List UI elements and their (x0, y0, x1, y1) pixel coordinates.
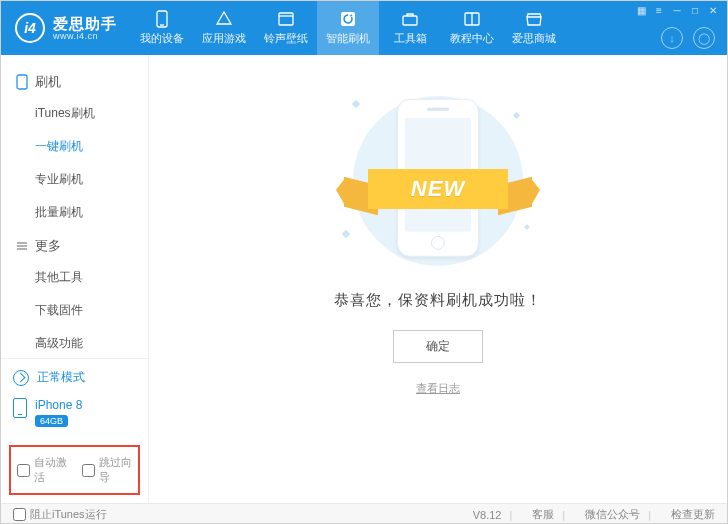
sidebar-item[interactable]: 一键刷机 (1, 130, 148, 163)
sidebar-item[interactable]: 高级功能 (1, 327, 148, 358)
user-button[interactable]: ◯ (693, 27, 715, 49)
main-content: NEW 恭喜您，保资料刷机成功啦！ 确定 查看日志 (149, 55, 727, 503)
tab-label: 教程中心 (450, 31, 494, 46)
download-button[interactable]: ↓ (661, 27, 683, 49)
svg-rect-3 (341, 12, 355, 26)
auto-activate-checkbox[interactable]: 自动激活 (17, 455, 68, 485)
tab-label: 爱思商城 (512, 31, 556, 46)
success-illustration: NEW (333, 91, 543, 271)
maximize-icon[interactable]: □ (689, 5, 701, 16)
minimize-icon[interactable]: ─ (671, 5, 683, 16)
logo: i4 爱思助手 www.i4.cn (1, 13, 131, 43)
footer: 阻止iTunes运行 V8.12 | 客服 | 微信公众号 | 检查更新 (1, 503, 727, 524)
mode-row[interactable]: 正常模式 (13, 369, 136, 386)
tab-flash[interactable]: 智能刷机 (317, 1, 379, 55)
sidebar-group-title: 更多 (1, 229, 148, 261)
sidebar-footer: 正常模式 iPhone 8 64GB (1, 358, 148, 437)
app-site: www.i4.cn (53, 31, 117, 41)
window-controls: ▦ ≡ ─ □ ✕ (635, 5, 719, 16)
logo-icon: i4 (15, 13, 45, 43)
device-name: iPhone 8 (35, 398, 82, 412)
apps-icon (215, 10, 233, 28)
tab-device[interactable]: 我的设备 (131, 1, 193, 55)
refresh-icon (339, 10, 357, 28)
tab-store[interactable]: 爱思商城 (503, 1, 565, 55)
wechat-link[interactable]: 微信公众号 (585, 507, 640, 522)
sidebar: 刷机iTunes刷机一键刷机专业刷机批量刷机更多其他工具下载固件高级功能 正常模… (1, 55, 149, 503)
phone-outline-icon (15, 74, 29, 90)
block-itunes-checkbox[interactable]: 阻止iTunes运行 (13, 507, 107, 522)
sidebar-item[interactable]: 专业刷机 (1, 163, 148, 196)
device-row[interactable]: iPhone 8 64GB (13, 398, 136, 427)
update-link[interactable]: 检查更新 (671, 507, 715, 522)
sidebar-item[interactable]: iTunes刷机 (1, 97, 148, 130)
mode-label: 正常模式 (37, 369, 85, 386)
list-icon (15, 240, 29, 252)
book-icon (463, 10, 481, 28)
app-name: 爱思助手 (53, 16, 117, 31)
storage-badge: 64GB (35, 415, 68, 427)
svg-rect-2 (279, 13, 293, 25)
tab-label: 我的设备 (140, 31, 184, 46)
ok-button[interactable]: 确定 (393, 330, 483, 363)
sync-icon (13, 370, 29, 386)
tab-label: 铃声壁纸 (264, 31, 308, 46)
briefcase-icon (401, 10, 419, 28)
skip-guide-checkbox[interactable]: 跳过向导 (82, 455, 133, 485)
success-message: 恭喜您，保资料刷机成功啦！ (334, 291, 542, 310)
sidebar-item[interactable]: 其他工具 (1, 261, 148, 294)
view-log-link[interactable]: 查看日志 (416, 381, 460, 396)
tab-ring[interactable]: 铃声壁纸 (255, 1, 317, 55)
phone-icon (153, 10, 171, 28)
sidebar-item[interactable]: 批量刷机 (1, 196, 148, 229)
tab-apps[interactable]: 应用游戏 (193, 1, 255, 55)
header-tabs: 我的设备应用游戏铃声壁纸智能刷机工具箱教程中心爱思商城 (131, 1, 565, 55)
close-icon[interactable]: ✕ (707, 5, 719, 16)
store-icon (525, 10, 543, 28)
tab-label: 应用游戏 (202, 31, 246, 46)
media-icon (277, 10, 295, 28)
support-link[interactable]: 客服 (532, 507, 554, 522)
app-header: i4 爱思助手 www.i4.cn 我的设备应用游戏铃声壁纸智能刷机工具箱教程中… (1, 1, 727, 55)
sidebar-item[interactable]: 下载固件 (1, 294, 148, 327)
svg-rect-7 (17, 75, 27, 89)
options-box: 自动激活 跳过向导 (9, 445, 140, 495)
tab-toolbox[interactable]: 工具箱 (379, 1, 441, 55)
tab-tutorial[interactable]: 教程中心 (441, 1, 503, 55)
sidebar-group-title: 刷机 (1, 65, 148, 97)
tab-label: 工具箱 (394, 31, 427, 46)
tab-label: 智能刷机 (326, 31, 370, 46)
header-actions: ↓ ◯ (661, 27, 715, 49)
new-ribbon: NEW (354, 169, 522, 215)
tray-icon[interactable]: ▦ (635, 5, 647, 16)
version-label: V8.12 (473, 509, 502, 521)
phone-icon (13, 398, 27, 418)
menu-icon[interactable]: ≡ (653, 5, 665, 16)
svg-rect-4 (403, 16, 417, 25)
